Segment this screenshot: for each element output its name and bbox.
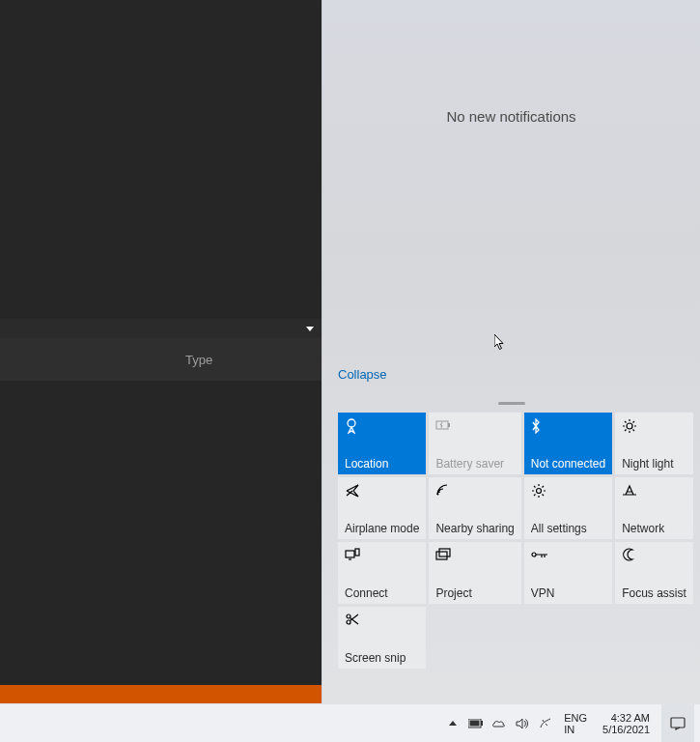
background-app-splitter[interactable] <box>0 319 322 338</box>
svg-point-28 <box>347 614 350 618</box>
screen-snip-icon <box>345 613 419 628</box>
svg-rect-32 <box>470 720 480 726</box>
background-app: Type <box>0 0 322 704</box>
language-code: ENG <box>564 712 587 724</box>
night-light-icon <box>622 418 686 434</box>
tray-misc-icon[interactable] <box>537 715 554 732</box>
tile-label: Not connected <box>531 457 605 471</box>
airplane-icon <box>345 483 419 499</box>
tray-overflow-button[interactable] <box>444 715 462 732</box>
clock[interactable]: 4:32 AM 5/16/2021 <box>602 712 650 735</box>
svg-line-11 <box>633 421 635 423</box>
notifications-area: No new notifications <box>322 0 700 367</box>
settings-icon <box>531 483 605 499</box>
quick-action-tile-vpn[interactable]: VPN <box>524 542 612 604</box>
no-notifications-text: No new notifications <box>322 108 700 125</box>
svg-rect-31 <box>481 721 483 726</box>
quick-action-tile-night-light[interactable]: Night light <box>615 413 693 474</box>
quick-action-tile-network[interactable]: Network <box>615 477 693 539</box>
quick-action-tile-nearby-sharing[interactable]: Nearby sharing <box>429 477 520 539</box>
svg-point-27 <box>532 553 536 556</box>
location-icon <box>345 418 419 434</box>
action-center-button[interactable] <box>661 704 694 743</box>
taskbar: ENG IN 4:32 AM 5/16/2021 <box>0 703 700 742</box>
background-app-body <box>0 381 322 680</box>
quick-action-tile-connect[interactable]: Connect <box>338 542 426 604</box>
nearby-sharing-icon <box>435 483 514 499</box>
battery-icon <box>435 418 514 434</box>
tray-volume-icon[interactable] <box>514 715 531 732</box>
clock-time: 4:32 AM <box>602 712 650 724</box>
tile-label: VPN <box>531 586 605 600</box>
tile-label: Screen snip <box>345 651 419 665</box>
chevron-up-icon <box>449 721 457 726</box>
svg-point-12 <box>437 494 439 496</box>
background-app-status-bar <box>0 685 322 704</box>
quick-action-tile-all-settings[interactable]: All settings <box>524 477 612 539</box>
tile-label: Battery saver <box>435 457 514 471</box>
tile-label: Focus assist <box>622 586 686 600</box>
svg-line-9 <box>633 430 635 432</box>
vpn-icon <box>531 548 605 563</box>
svg-point-13 <box>536 489 541 494</box>
svg-point-3 <box>627 423 632 429</box>
svg-rect-22 <box>346 551 354 557</box>
quick-action-tile-airplane-mode[interactable]: Airplane mode <box>338 477 426 539</box>
svg-rect-25 <box>439 549 450 556</box>
svg-rect-23 <box>355 549 359 556</box>
quick-action-tile-focus-assist[interactable]: Focus assist <box>615 542 693 604</box>
tile-label: Connect <box>345 586 419 600</box>
tile-label: All settings <box>531 522 605 535</box>
tile-label: Location <box>345 457 419 471</box>
svg-line-21 <box>542 486 544 488</box>
mouse-cursor <box>494 334 508 352</box>
svg-line-10 <box>625 430 627 432</box>
quick-action-tile-location[interactable]: Location <box>338 413 426 474</box>
notification-icon <box>670 717 686 730</box>
action-center-panel: No new notifications Collapse LocationBa… <box>322 0 700 703</box>
quick-action-tile-screen-snip[interactable]: Screen snip <box>338 607 426 669</box>
svg-line-20 <box>534 495 536 497</box>
svg-rect-2 <box>448 423 450 427</box>
bluetooth-icon <box>531 418 605 434</box>
language-indicator[interactable]: ENG IN <box>564 712 587 735</box>
svg-line-18 <box>534 486 536 488</box>
column-header-type[interactable]: Type <box>185 353 212 367</box>
svg-rect-33 <box>671 718 685 728</box>
network-icon <box>622 483 686 499</box>
project-icon <box>435 548 514 563</box>
connect-icon <box>345 548 419 563</box>
quick-action-tile-not-connected[interactable]: Not connected <box>524 413 612 474</box>
tile-label: Airplane mode <box>345 522 419 535</box>
quick-action-tile-battery-saver[interactable]: Battery saver <box>429 413 520 474</box>
tile-label: Nearby sharing <box>435 522 514 535</box>
collapse-link[interactable]: Collapse <box>338 367 387 382</box>
svg-point-29 <box>347 620 350 624</box>
quick-actions-grip[interactable] <box>338 402 685 405</box>
tray-onedrive-icon[interactable] <box>490 715 508 732</box>
tile-label: Night light <box>622 457 686 471</box>
svg-line-8 <box>625 421 627 423</box>
clock-date: 5/16/2021 <box>602 724 650 735</box>
quick-action-tile-project[interactable]: Project <box>429 542 520 604</box>
background-app-top-panel <box>0 0 322 319</box>
focus-assist-icon <box>622 548 686 563</box>
keyboard-layout: IN <box>564 724 587 735</box>
tray-battery-icon[interactable] <box>467 715 485 732</box>
dropdown-triangle-icon[interactable] <box>306 327 314 331</box>
background-app-columns: Type <box>0 338 322 381</box>
svg-line-19 <box>542 495 544 497</box>
tile-label: Project <box>435 586 514 600</box>
system-tray: ENG IN 4:32 AM 5/16/2021 <box>444 704 700 743</box>
quick-action-tiles: LocationBattery saverNot connectedNight … <box>338 413 685 669</box>
tile-label: Network <box>622 522 686 535</box>
svg-rect-26 <box>436 552 447 559</box>
